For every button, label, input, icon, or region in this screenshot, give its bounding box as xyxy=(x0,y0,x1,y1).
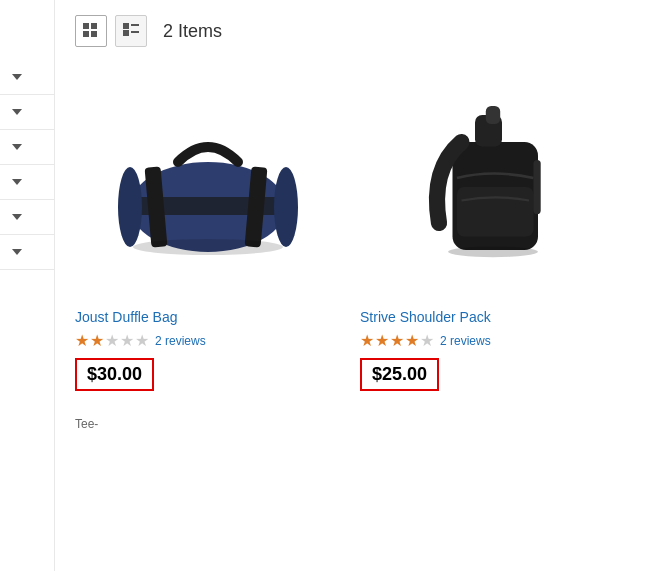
svg-rect-17 xyxy=(485,106,499,124)
svg-point-13 xyxy=(274,167,298,247)
grid-view-button[interactable] xyxy=(75,15,107,47)
product-grid: Joust Duffle Bag ★ ★ ★ ★ ★ 2 reviews $30… xyxy=(75,67,625,397)
chevron-down-icon xyxy=(12,144,22,150)
items-count: 2 Items xyxy=(163,21,222,42)
product-card-1: Joust Duffle Bag ★ ★ ★ ★ ★ 2 reviews $30… xyxy=(75,77,340,397)
sidebar-item-2[interactable] xyxy=(0,95,54,130)
sidebar xyxy=(0,0,55,571)
rating-row-2: ★ ★ ★ ★ ★ 2 reviews xyxy=(360,331,491,350)
svg-rect-3 xyxy=(91,31,97,37)
chevron-down-icon xyxy=(12,109,22,115)
svg-rect-11 xyxy=(130,197,286,215)
reviews-count-1[interactable]: 2 reviews xyxy=(155,334,206,348)
star-2-3: ★ xyxy=(390,331,404,350)
product-card-2: Strive Shoulder Pack ★ ★ ★ ★ ★ 2 reviews… xyxy=(360,77,625,397)
product-name-1[interactable]: Joust Duffle Bag xyxy=(75,309,177,325)
reviews-count-2[interactable]: 2 reviews xyxy=(440,334,491,348)
sidebar-item-5[interactable] xyxy=(0,200,54,235)
chevron-down-icon xyxy=(12,179,22,185)
sidebar-item-3[interactable] xyxy=(0,130,54,165)
star-2-2: ★ xyxy=(375,331,389,350)
svg-rect-6 xyxy=(123,30,129,36)
chevron-down-icon xyxy=(12,74,22,80)
toolbar: 2 Items xyxy=(75,15,625,47)
duffle-bag-image xyxy=(108,97,308,277)
grid-icon xyxy=(83,23,99,39)
sidebar-item-1[interactable] xyxy=(0,60,54,95)
product-image-wrapper-2 xyxy=(360,77,625,297)
star-1-1: ★ xyxy=(75,331,89,350)
svg-rect-18 xyxy=(457,187,534,237)
svg-point-20 xyxy=(448,246,538,257)
svg-point-14 xyxy=(133,239,283,255)
product-image-wrapper-1 xyxy=(75,77,340,297)
svg-point-12 xyxy=(118,167,142,247)
list-icon xyxy=(123,23,139,39)
bottom-text: Tee- xyxy=(75,417,625,431)
product-name-2[interactable]: Strive Shoulder Pack xyxy=(360,309,491,325)
star-1-2: ★ xyxy=(90,331,104,350)
stars-2: ★ ★ ★ ★ ★ xyxy=(360,331,434,350)
price-box-2: $25.00 xyxy=(360,358,439,391)
sidebar-item-4[interactable] xyxy=(0,165,54,200)
star-1-3: ★ xyxy=(105,331,119,350)
stars-1: ★ ★ ★ ★ ★ xyxy=(75,331,149,350)
svg-rect-4 xyxy=(123,23,129,29)
price-box-1: $30.00 xyxy=(75,358,154,391)
star-2-1: ★ xyxy=(360,331,374,350)
star-1-4: ★ xyxy=(120,331,134,350)
svg-rect-2 xyxy=(83,31,89,37)
rating-row-1: ★ ★ ★ ★ ★ 2 reviews xyxy=(75,331,206,350)
star-2-5: ★ xyxy=(420,331,434,350)
backpack-image xyxy=(393,97,593,277)
svg-rect-19 xyxy=(533,160,540,214)
star-1-5: ★ xyxy=(135,331,149,350)
star-2-4: ★ xyxy=(405,331,419,350)
chevron-down-icon xyxy=(12,214,22,220)
chevron-down-icon xyxy=(12,249,22,255)
sidebar-item-6[interactable] xyxy=(0,235,54,270)
svg-rect-1 xyxy=(91,23,97,29)
main-content: 2 Items xyxy=(55,0,645,571)
svg-rect-0 xyxy=(83,23,89,29)
svg-rect-7 xyxy=(131,31,139,33)
svg-rect-5 xyxy=(131,24,139,26)
list-view-button[interactable] xyxy=(115,15,147,47)
